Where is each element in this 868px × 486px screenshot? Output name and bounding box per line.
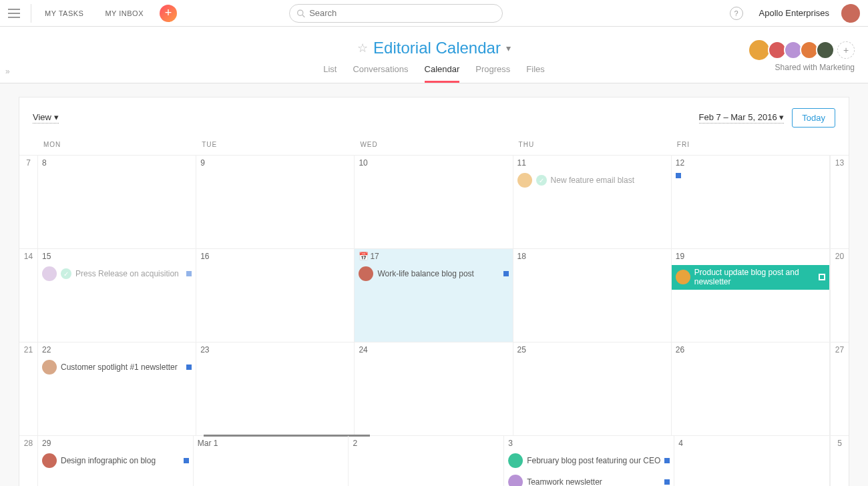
search-input[interactable] (309, 8, 495, 18)
weekend-day[interactable]: 7 (19, 156, 38, 248)
shared-label: Shared with Marketing (775, 63, 855, 72)
day-number: 19 (676, 252, 825, 261)
day-headers: MONTUEWEDTHUFRI (19, 134, 849, 155)
day-cell[interactable]: 2 (349, 436, 504, 486)
org-name[interactable]: Apollo Enterprises (759, 8, 830, 18)
day-cell[interactable]: 4 (674, 436, 830, 486)
svg-line-1 (302, 15, 304, 17)
task-label: Press Release on acquisition (75, 269, 182, 278)
day-cell[interactable]: 15✓Press Release on acquisition (38, 249, 196, 342)
assignee-avatar (359, 266, 373, 281)
my-tasks-link[interactable]: MY TASKS (37, 9, 91, 17)
member-avatar[interactable] (816, 41, 835, 59)
divider (31, 4, 31, 23)
weekend-day[interactable]: 14 (19, 249, 38, 342)
project-menu-caret[interactable]: ▾ (506, 43, 511, 53)
add-member-button[interactable]: + (837, 41, 855, 59)
day-cell[interactable]: 12 (672, 156, 830, 248)
task-label: Customer spotlight #1 newsletter (61, 362, 182, 372)
task-label: Product update blog post and newsletter (694, 268, 815, 287)
day-cell[interactable]: 8 (38, 156, 196, 248)
assignee-avatar (517, 173, 532, 188)
day-number: 22 (42, 345, 192, 354)
tab-files[interactable]: Files (526, 64, 544, 83)
day-cell[interactable]: 26 (672, 342, 830, 435)
day-header: THU (513, 138, 672, 151)
task-item[interactable] (676, 172, 825, 180)
task-item[interactable]: Design infographic on blog (42, 452, 189, 469)
day-cell[interactable]: Mar 1 (194, 436, 349, 486)
day-cell[interactable]: 3February blog post featuring our CEOTea… (504, 436, 674, 486)
today-button[interactable]: Today (792, 108, 835, 128)
task-item[interactable]: Teamwork newsletter (508, 473, 670, 486)
day-number: 2 (353, 439, 499, 448)
check-icon: ✓ (61, 268, 71, 279)
caret-down-icon: ▾ (54, 112, 59, 122)
day-cell[interactable]: 9 (196, 156, 355, 248)
my-inbox-link[interactable]: MY INBOX (97, 9, 152, 17)
day-cell[interactable]: 📅17Work-life balance blog post (355, 249, 513, 342)
task-item[interactable]: Customer spotlight #1 newsletter (42, 358, 192, 376)
task-label: Teamwork newsletter (527, 477, 660, 486)
day-number: 16 (200, 252, 350, 261)
add-button[interactable]: + (160, 5, 177, 22)
tab-conversations[interactable]: Conversations (353, 64, 408, 83)
day-cell[interactable]: 23 (196, 342, 355, 435)
task-marker (186, 364, 192, 370)
day-number: 24 (359, 345, 508, 354)
project-tabs: ListConversationsCalendarProgressFiles (0, 64, 868, 83)
day-cell[interactable]: 11✓New feature email blast (513, 156, 672, 248)
help-icon[interactable]: ? (730, 7, 743, 20)
day-header: MON (38, 138, 196, 151)
user-avatar[interactable] (841, 4, 860, 23)
weekend-day[interactable]: 20 (830, 249, 849, 342)
day-number: 25 (517, 345, 667, 354)
task-marker (676, 173, 681, 178)
weekend-day[interactable]: 21 (19, 342, 38, 435)
task-item[interactable]: Work-life balance blog post (359, 265, 508, 282)
weekend-day[interactable]: 13 (830, 156, 849, 248)
assignee-avatar (676, 270, 690, 284)
topbar: MY TASKS MY INBOX + ? Apollo Enterprises (0, 0, 868, 27)
weekend-day[interactable]: 5 (830, 436, 849, 486)
task-item[interactable]: ✓New feature email blast (517, 172, 667, 189)
project-title: Editorial Calendar (373, 39, 501, 57)
task-label: New feature email blast (551, 176, 667, 185)
task-marker (503, 271, 509, 276)
tab-progress[interactable]: Progress (475, 64, 510, 83)
calendar-container: View ▾ Feb 7 – Mar 5, 2016 ▾ Today MONTU… (19, 97, 849, 486)
task-label: Design infographic on blog (61, 456, 180, 465)
assignee-avatar (42, 453, 57, 468)
day-cell[interactable]: 22Customer spotlight #1 newsletter (38, 342, 196, 435)
calendar-wrapper: View ▾ Feb 7 – Mar 5, 2016 ▾ Today MONTU… (0, 83, 868, 486)
task-item[interactable]: ✓Press Release on acquisition (42, 265, 192, 282)
caret-down-icon: ▾ (779, 112, 784, 122)
day-cell[interactable]: 19Product update blog post and newslette… (672, 249, 830, 342)
view-select[interactable]: View ▾ (33, 112, 59, 124)
day-number: 18 (517, 252, 667, 261)
menu-icon[interactable] (8, 9, 20, 18)
search-icon (296, 9, 305, 18)
day-number: 26 (676, 345, 825, 354)
weekend-day[interactable]: 28 (19, 436, 38, 486)
expand-sidebar-icon[interactable]: » (5, 67, 10, 76)
search-box[interactable] (289, 4, 503, 23)
task-item[interactable]: Product update blog post and newsletter (672, 265, 829, 290)
day-number: 8 (42, 158, 192, 168)
week-row: 2829Design infographic on blogMar 123Feb… (19, 435, 849, 486)
task-item[interactable]: February blog post featuring our CEO (508, 452, 670, 469)
date-range-select[interactable]: Feb 7 – Mar 5, 2016 ▾ (699, 112, 785, 124)
day-cell[interactable]: 24 (355, 342, 513, 435)
day-number: 10 (359, 158, 508, 168)
day-cell[interactable]: 10 (355, 156, 513, 248)
tab-list[interactable]: List (323, 64, 337, 83)
day-cell[interactable]: 16 (196, 249, 355, 342)
weekend-day[interactable]: 27 (830, 342, 849, 435)
tab-calendar[interactable]: Calendar (425, 64, 460, 83)
member-avatar[interactable] (748, 39, 771, 61)
day-cell[interactable]: 18 (513, 249, 672, 342)
project-header: » ☆ Editorial Calendar ▾ ListConversatio… (0, 27, 868, 83)
day-cell[interactable]: 25 (513, 342, 672, 435)
day-cell[interactable]: 29Design infographic on blog (38, 436, 194, 486)
star-icon[interactable]: ☆ (357, 41, 368, 55)
